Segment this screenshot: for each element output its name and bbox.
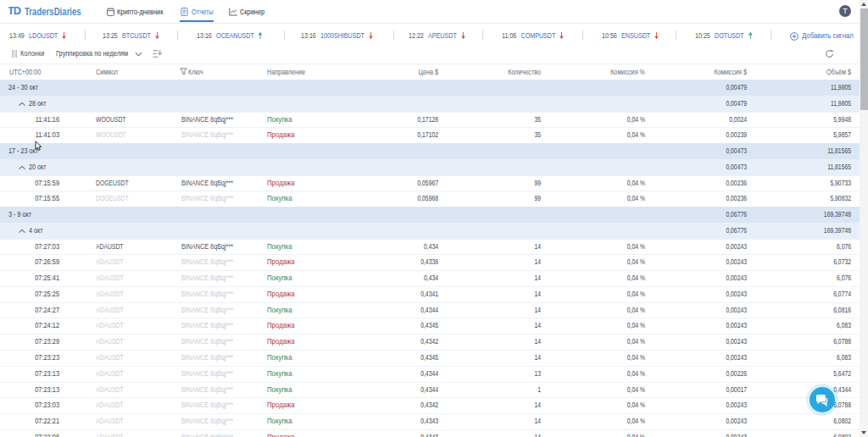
- svg-text:D: D: [14, 4, 21, 17]
